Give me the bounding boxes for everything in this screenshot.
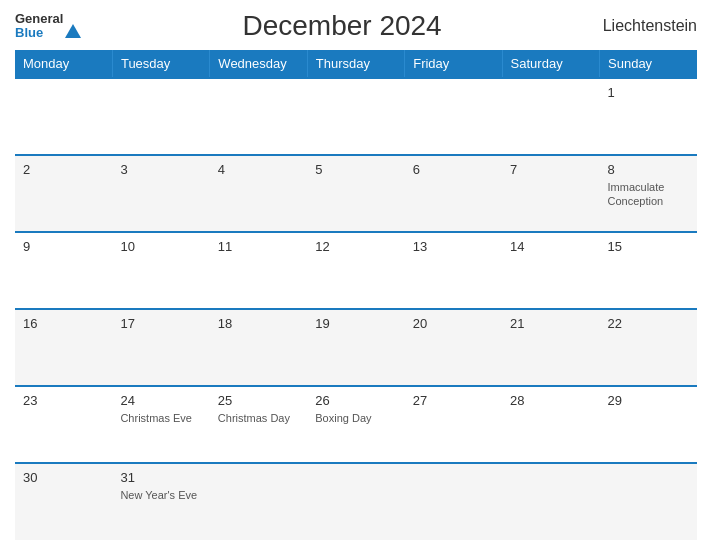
- day-number: 14: [510, 239, 591, 254]
- logo-icon: General Blue: [15, 12, 81, 41]
- calendar-header: General Blue December 2024 Liechtenstein: [15, 10, 697, 42]
- calendar-day-cell: 24Christmas Eve: [112, 386, 209, 463]
- day-number: 12: [315, 239, 396, 254]
- calendar-day-cell: [405, 463, 502, 540]
- col-thursday: Thursday: [307, 50, 404, 78]
- calendar-day-cell: [210, 78, 307, 155]
- logo-blue-text: Blue: [15, 26, 63, 40]
- calendar-day-cell: [502, 78, 599, 155]
- calendar-week-row: 2324Christmas Eve25Christmas Day26Boxing…: [15, 386, 697, 463]
- col-friday: Friday: [405, 50, 502, 78]
- day-number: 24: [120, 393, 201, 408]
- calendar-day-cell: 14: [502, 232, 599, 309]
- calendar-day-cell: 6: [405, 155, 502, 232]
- day-number: 15: [608, 239, 689, 254]
- calendar-day-cell: 31New Year's Eve: [112, 463, 209, 540]
- calendar-day-cell: 12: [307, 232, 404, 309]
- day-number: 1: [608, 85, 689, 100]
- col-sunday: Sunday: [600, 50, 697, 78]
- day-number: 23: [23, 393, 104, 408]
- day-number: 18: [218, 316, 299, 331]
- logo-triangle-icon: [65, 24, 81, 38]
- calendar-day-cell: 7: [502, 155, 599, 232]
- day-number: 9: [23, 239, 104, 254]
- day-number: 11: [218, 239, 299, 254]
- day-number: 5: [315, 162, 396, 177]
- holiday-label: Immaculate Conception: [608, 180, 689, 209]
- calendar-day-cell: [307, 78, 404, 155]
- day-number: 26: [315, 393, 396, 408]
- calendar-day-cell: 30: [15, 463, 112, 540]
- logo-general-text: General: [15, 12, 63, 26]
- day-number: 29: [608, 393, 689, 408]
- calendar-day-cell: 9: [15, 232, 112, 309]
- calendar-day-cell: 10: [112, 232, 209, 309]
- calendar-day-cell: 11: [210, 232, 307, 309]
- calendar-week-row: 9101112131415: [15, 232, 697, 309]
- day-number: 6: [413, 162, 494, 177]
- calendar-day-cell: 5: [307, 155, 404, 232]
- day-number: 3: [120, 162, 201, 177]
- calendar-day-cell: 29: [600, 386, 697, 463]
- calendar-day-cell: [15, 78, 112, 155]
- calendar-day-cell: 3: [112, 155, 209, 232]
- day-number: 31: [120, 470, 201, 485]
- calendar-week-row: 1: [15, 78, 697, 155]
- day-number: 21: [510, 316, 591, 331]
- calendar-day-cell: 28: [502, 386, 599, 463]
- calendar-day-cell: 17: [112, 309, 209, 386]
- day-number: 13: [413, 239, 494, 254]
- day-number: 17: [120, 316, 201, 331]
- holiday-label: Christmas Day: [218, 411, 299, 425]
- calendar-day-cell: 16: [15, 309, 112, 386]
- calendar-day-cell: [405, 78, 502, 155]
- day-number: 10: [120, 239, 201, 254]
- calendar-day-cell: 13: [405, 232, 502, 309]
- day-number: 7: [510, 162, 591, 177]
- calendar-day-cell: 27: [405, 386, 502, 463]
- calendar-day-cell: 26Boxing Day: [307, 386, 404, 463]
- calendar-table: Monday Tuesday Wednesday Thursday Friday…: [15, 50, 697, 540]
- calendar-day-cell: 4: [210, 155, 307, 232]
- calendar-day-cell: 20: [405, 309, 502, 386]
- logo-text: General Blue: [15, 12, 63, 41]
- col-wednesday: Wednesday: [210, 50, 307, 78]
- col-monday: Monday: [15, 50, 112, 78]
- logo: General Blue: [15, 12, 81, 41]
- calendar-day-cell: 23: [15, 386, 112, 463]
- calendar-week-row: 3031New Year's Eve: [15, 463, 697, 540]
- calendar-header-row: Monday Tuesday Wednesday Thursday Friday…: [15, 50, 697, 78]
- calendar-day-cell: [600, 463, 697, 540]
- calendar-day-cell: [307, 463, 404, 540]
- calendar-week-row: 2345678Immaculate Conception: [15, 155, 697, 232]
- day-number: 22: [608, 316, 689, 331]
- day-number: 25: [218, 393, 299, 408]
- day-number: 8: [608, 162, 689, 177]
- calendar-day-cell: 19: [307, 309, 404, 386]
- day-number: 28: [510, 393, 591, 408]
- calendar-week-row: 16171819202122: [15, 309, 697, 386]
- col-saturday: Saturday: [502, 50, 599, 78]
- day-number: 30: [23, 470, 104, 485]
- holiday-label: New Year's Eve: [120, 488, 201, 502]
- calendar-day-cell: 21: [502, 309, 599, 386]
- holiday-label: Christmas Eve: [120, 411, 201, 425]
- day-number: 27: [413, 393, 494, 408]
- day-number: 19: [315, 316, 396, 331]
- calendar-day-cell: 8Immaculate Conception: [600, 155, 697, 232]
- country-label: Liechtenstein: [603, 17, 697, 35]
- calendar-day-cell: [210, 463, 307, 540]
- day-number: 20: [413, 316, 494, 331]
- day-number: 2: [23, 162, 104, 177]
- col-tuesday: Tuesday: [112, 50, 209, 78]
- calendar-day-cell: 18: [210, 309, 307, 386]
- calendar-day-cell: 1: [600, 78, 697, 155]
- calendar-day-cell: 15: [600, 232, 697, 309]
- holiday-label: Boxing Day: [315, 411, 396, 425]
- day-number: 16: [23, 316, 104, 331]
- calendar-day-cell: 25Christmas Day: [210, 386, 307, 463]
- calendar-day-cell: 22: [600, 309, 697, 386]
- calendar-title: December 2024: [242, 10, 441, 42]
- calendar-day-cell: [502, 463, 599, 540]
- calendar-day-cell: 2: [15, 155, 112, 232]
